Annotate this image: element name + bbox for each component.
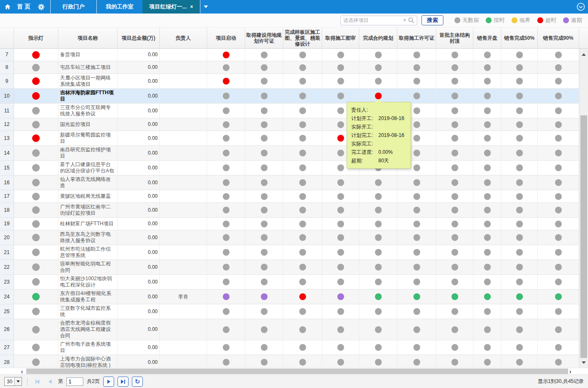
milestone-dot-gray[interactable] [484,193,491,200]
milestone-dot-gray[interactable] [375,193,382,200]
milestone-dot-gray[interactable] [375,221,382,227]
milestone-dot-gray[interactable] [555,264,562,271]
milestone-dot-gray[interactable] [375,78,382,85]
milestone-dot-gray[interactable] [516,107,523,114]
table-row-25[interactable]: 25三亚数字化城市监控系统0.00 [0,304,579,319]
milestone-dot-gray[interactable] [451,107,458,114]
milestone-dot-gray[interactable] [451,279,458,285]
table-row-28[interactable]: 28上海市力合国际中心酒店弱电项目(梯控系统 )0.00 [0,355,579,368]
milestone-dot-gray[interactable] [516,52,523,58]
table-row-10[interactable]: 10吉林洋海韵家园FTTH项目0.00 [0,89,579,104]
milestone-dot-gray[interactable] [451,344,458,351]
milestone-dot-gray[interactable] [516,64,523,71]
milestone-dot-gray[interactable] [223,264,230,271]
milestone-dot-gray[interactable] [299,279,306,285]
milestone-dot-gray[interactable] [337,121,344,128]
milestone-dot-gray[interactable] [413,150,420,156]
milestone-dot-gray[interactable] [337,193,344,200]
milestone-dot-gray[interactable] [451,179,458,186]
milestone-dot-gray[interactable] [413,93,420,99]
milestone-dot-gray[interactable] [299,164,306,171]
milestone-dot-gray[interactable] [375,279,382,285]
scroll-right-button[interactable]: › [567,368,574,374]
indicator-dot-gray[interactable] [32,249,40,256]
milestone-dot-gray[interactable] [484,107,491,114]
prev-page-button[interactable] [45,377,55,386]
milestone-dot-gray[interactable] [375,207,382,213]
milestone-dot-gray[interactable] [451,234,458,241]
table-row-23[interactable]: 23恒大美丽沙1002地块弱电工程深化设计0.00 [0,275,579,290]
table-row-21[interactable]: 21杭州市司法辅助工作信息管理系统0.00 [0,245,579,260]
milestone-dot-gray[interactable] [337,359,344,366]
milestone-dot-gray[interactable] [484,326,491,333]
table-row-11[interactable]: 11三亚市分公司互联网专线接入服务协议0.00 [0,104,579,118]
tab-2[interactable]: 我的工作室 [97,0,142,14]
milestone-dot-gray[interactable] [223,234,230,241]
table-row-8[interactable]: 8屯昌车站三楼施工项目0.00 [0,61,579,74]
indicator-dot-gray[interactable] [32,308,40,315]
milestone-dot-gray[interactable] [413,308,420,315]
milestone-dot-gray[interactable] [516,93,523,99]
milestone-dot-gray[interactable] [261,264,268,271]
milestone-dot-gray[interactable] [484,150,491,156]
milestone-dot-gray[interactable] [223,164,230,171]
milestone-dot-gray[interactable] [555,326,562,333]
milestone-dot-gray[interactable] [451,221,458,227]
search-button[interactable]: 搜索 [421,15,443,25]
milestone-dot-gray[interactable] [299,150,306,156]
milestone-dot-red[interactable] [299,293,306,300]
milestone-dot-gray[interactable] [484,234,491,241]
milestone-dot-gray[interactable] [516,121,523,128]
table-row-17[interactable]: 17黄陂区地税局无线覆盖0.00 [0,190,579,203]
milestone-dot-gray[interactable] [484,78,491,85]
milestone-dot-green[interactable] [375,293,382,300]
milestone-dot-gray[interactable] [516,150,523,156]
milestone-dot-gray[interactable] [555,234,562,241]
milestone-dot-green[interactable] [555,293,562,300]
milestone-dot-gray[interactable] [375,234,382,241]
milestone-dot-gray[interactable] [375,249,382,256]
milestone-dot-gray[interactable] [413,121,420,128]
gear-icon[interactable] [38,4,44,10]
milestone-dot-gray[interactable] [223,107,230,114]
milestone-dot-gray[interactable] [223,221,230,227]
milestone-dot-gray[interactable] [555,207,562,213]
milestone-dot-gray[interactable] [555,193,562,200]
milestone-dot-gray[interactable] [299,344,306,351]
refresh-button[interactable]: ↻ [132,377,143,387]
milestone-dot-gray[interactable] [261,164,268,171]
milestone-dot-gray[interactable] [261,344,268,351]
milestone-dot-gray[interactable] [555,221,562,227]
vertical-scrollbar[interactable] [579,49,588,368]
milestone-dot-red[interactable] [223,52,230,58]
milestone-dot-gray[interactable] [555,179,562,186]
indicator-dot-gray[interactable] [32,234,40,241]
milestone-dot-purple[interactable] [223,293,230,300]
page-size-select[interactable]: 30 [4,377,22,386]
milestone-dot-gray[interactable] [375,308,382,315]
milestone-dot-gray[interactable] [299,107,306,114]
milestone-dot-gray[interactable] [375,64,382,71]
milestone-dot-gray[interactable] [484,64,491,71]
milestone-dot-gray[interactable] [451,326,458,333]
milestone-dot-gray[interactable] [261,308,268,315]
milestone-dot-gray[interactable] [484,279,491,285]
milestone-dot-gray[interactable] [555,249,562,256]
milestone-dot-gray[interactable] [451,359,458,366]
milestone-dot-gray[interactable] [413,107,420,114]
milestone-dot-gray[interactable] [484,359,491,366]
milestone-dot-gray[interactable] [555,308,562,315]
milestone-dot-gray[interactable] [555,64,562,71]
milestone-dot-gray[interactable] [516,207,523,213]
table-row-12[interactable]: 12国光监控项目0.00 [0,118,579,131]
milestone-dot-gray[interactable] [484,164,491,171]
milestone-dot-gray[interactable] [337,179,344,186]
table-row-24[interactable]: 24东方假日4#楼智能化系统集成服务工程0.00李青 [0,290,579,304]
milestone-dot-gray[interactable] [223,359,230,366]
milestone-dot-gray[interactable] [451,78,458,85]
milestone-dot-red[interactable] [223,78,230,85]
indicator-dot-gray[interactable] [32,326,40,333]
collapse-tabs-icon[interactable] [576,2,585,11]
table-row-7[interactable]: 7备货项目0.00 [0,49,579,61]
milestone-dot-gray[interactable] [451,308,458,315]
